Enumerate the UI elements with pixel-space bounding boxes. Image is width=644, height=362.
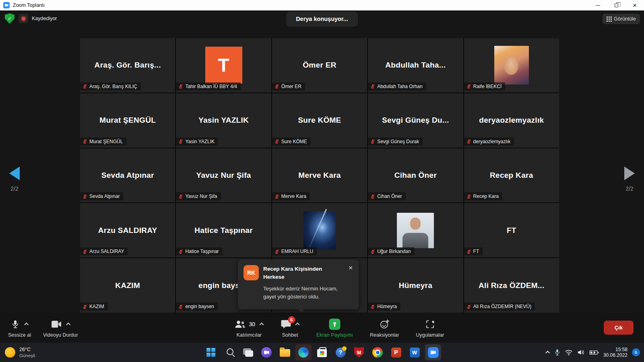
- muted-mic-icon: [178, 194, 183, 199]
- restore-button[interactable]: [607, 0, 625, 10]
- participant-tile[interactable]: Sevgi Güneş Du...Sevgi Güneş Durak: [368, 93, 463, 148]
- leave-meeting-button[interactable]: Çık: [604, 321, 634, 335]
- participant-tile[interactable]: Araş. Gör. Barış...Araş. Gör. Barış KILI…: [80, 38, 175, 93]
- mcafee-icon: M: [354, 347, 364, 358]
- taskbar-icon-search[interactable]: [221, 344, 237, 360]
- participant-tile[interactable]: Raife İBEKCİ: [464, 38, 559, 93]
- participant-name-label: Arzu SALDIRAY: [80, 247, 128, 255]
- wifi-icon[interactable]: [565, 350, 573, 356]
- participant-tile[interactable]: Ömer ERÖmer ER: [272, 38, 367, 93]
- participant-tile[interactable]: Yasin YAZLIKYasin YAZLIK: [176, 93, 271, 148]
- tray-microphone-icon[interactable]: [554, 349, 560, 356]
- muted-mic-icon: [466, 249, 471, 254]
- muted-mic-icon: [466, 84, 471, 89]
- participant-tile[interactable]: Cihan ÖnerCihan Öner: [368, 148, 463, 203]
- participant-tile[interactable]: HümeyraHümeyra: [368, 258, 463, 313]
- taskbar-icon-edge[interactable]: [295, 344, 312, 360]
- participant-name-label: Uğur Birkandan: [368, 247, 414, 255]
- participant-tile[interactable]: deryaozlemyazlıkderyaozlemyazlık: [464, 93, 559, 148]
- muted-mic-icon: [370, 304, 375, 309]
- clock-date: 30.06.2022: [603, 352, 627, 358]
- security-shield-icon[interactable]: ✓: [5, 13, 14, 24]
- zoom-icon: [428, 347, 439, 358]
- chat-chevron-icon[interactable]: [295, 323, 299, 327]
- zoom-app-icon: [3, 2, 10, 8]
- weather-temperature: 26°C: [19, 347, 35, 353]
- share-screen-button[interactable]: Ekran Paylaşımı: [316, 318, 353, 338]
- taskbar-icon-get-help[interactable]: ?: [332, 344, 349, 360]
- muted-mic-icon: [370, 194, 375, 199]
- muted-mic-icon: [370, 139, 375, 144]
- taskbar-icon-meet-app[interactable]: [258, 344, 275, 360]
- mute-options-chevron-icon[interactable]: [24, 323, 29, 327]
- participant-tile[interactable]: TTahir Balkan İÜ BBY 4/4: [176, 38, 271, 93]
- stop-video-button[interactable]: Videoyu Durdur: [43, 318, 78, 338]
- weather-widget[interactable]: 26°C Güneşli: [5, 347, 35, 358]
- participant-tile[interactable]: Uğur Birkandan: [368, 203, 463, 257]
- participants-button[interactable]: 30 Katılımcılar: [234, 318, 264, 338]
- view-button[interactable]: Görüntüle: [603, 14, 640, 24]
- participant-tile[interactable]: FTFT: [464, 203, 559, 257]
- battery-charging-icon[interactable]: [589, 350, 599, 355]
- taskbar-icon-mcafee[interactable]: M: [351, 344, 367, 360]
- window-title: Zoom Toplantı: [13, 2, 45, 8]
- participant-tile[interactable]: Murat ŞENGÜLMurat ŞENGÜL: [80, 93, 175, 148]
- recording-indicator[interactable]: Kaydediyor: [19, 14, 57, 23]
- participant-tile[interactable]: Arzu SALDIRAYArzu SALDIRAY: [80, 203, 175, 257]
- prev-page-arrow[interactable]: [9, 167, 20, 180]
- next-page-arrow[interactable]: [624, 167, 635, 180]
- participant-tile[interactable]: Sevda AtpınarSevda Atpınar: [80, 148, 175, 203]
- task-view-icon: [243, 348, 251, 355]
- apps-icon: [425, 319, 435, 329]
- participant-name-label: Tahir Balkan İÜ BBY 4/4: [176, 82, 241, 90]
- taskbar-icon-zoom[interactable]: [425, 344, 441, 360]
- participant-name-label: Sure KÖME: [272, 138, 311, 146]
- window-titlebar[interactable]: Zoom Toplantı ✕: [0, 0, 644, 10]
- muted-mic-icon: [466, 139, 471, 144]
- participant-tile[interactable]: Yavuz Nur ŞifaYavuz Nur Şifa: [176, 148, 271, 203]
- participant-tile[interactable]: Hatice TaşpınarHatice Taşpınar: [176, 203, 271, 257]
- chat-popup-close-icon[interactable]: ✕: [348, 265, 353, 281]
- muted-mic-icon: [275, 194, 279, 199]
- participant-display-name: Yasin YAZLIK: [195, 116, 252, 125]
- participant-display-name: Ömer ER: [299, 61, 339, 70]
- muted-mic-icon: [466, 304, 471, 309]
- tray-overflow-chevron-icon[interactable]: [545, 351, 550, 355]
- clock[interactable]: 15:58 30.06.2022: [603, 347, 627, 358]
- participant-name-label: Raife İBEKCİ: [464, 82, 506, 90]
- participant-tile[interactable]: EMRAH URLU: [272, 203, 367, 257]
- muted-mic-icon: [83, 194, 87, 199]
- chat-notification-popup[interactable]: RK Recep Kara Kişisinden Herkese ✕ Teşek…: [238, 259, 359, 309]
- close-button[interactable]: ✕: [625, 0, 644, 10]
- participant-tile[interactable]: Abdullah Taha...Abdullah Taha Orhan: [368, 38, 463, 93]
- participant-name-label: EMRAH URLU: [272, 247, 317, 255]
- mute-button[interactable]: Sessize al: [8, 318, 31, 338]
- get-help-icon: ?: [336, 348, 346, 358]
- participant-name-label: Hümeyra: [368, 302, 400, 311]
- taskbar-icon-windows-start[interactable]: [203, 344, 219, 360]
- notification-count-badge[interactable]: 6: [632, 348, 640, 356]
- taskbar-icon-microsoft-store[interactable]: [314, 344, 330, 360]
- apps-button[interactable]: Uygulamalar: [416, 318, 444, 338]
- participants-chevron-icon[interactable]: [259, 323, 264, 327]
- participant-tile[interactable]: Sure KÖMESure KÖME: [272, 93, 367, 148]
- participant-display-name: Yavuz Nur Şifa: [193, 171, 254, 180]
- participant-tile[interactable]: Merve KaraMerve Kara: [272, 148, 367, 203]
- minimize-button[interactable]: [588, 0, 607, 10]
- taskbar-icon-powerpoint[interactable]: P: [388, 344, 404, 360]
- taskbar-icon-chrome[interactable]: [369, 344, 386, 360]
- file-explorer-icon: [280, 349, 290, 357]
- participant-display-name: Abdullah Taha...: [382, 61, 449, 70]
- participant-tile[interactable]: KAZIMKAZIM: [80, 258, 175, 313]
- video-options-chevron-icon[interactable]: [66, 323, 70, 327]
- participant-tile[interactable]: Recep KaraRecep Kara: [464, 148, 559, 203]
- taskbar-icon-file-explorer[interactable]: [277, 344, 293, 360]
- taskbar-icon-task-view[interactable]: [240, 344, 256, 360]
- taskbar-icon-word[interactable]: W: [407, 344, 423, 360]
- participant-name-label: Araş. Gör. Barış KILIÇ: [80, 82, 141, 90]
- participant-name-label: FT: [464, 247, 483, 255]
- speaker-icon[interactable]: [577, 349, 585, 356]
- chat-button[interactable]: 6 Sohbet: [281, 318, 299, 338]
- reactions-button[interactable]: Reaksiyonlar: [370, 318, 399, 338]
- participant-tile[interactable]: Ali Rıza ÖZDEM...Ali Rıza ÖZDEMİR (NEVÜ): [464, 258, 559, 313]
